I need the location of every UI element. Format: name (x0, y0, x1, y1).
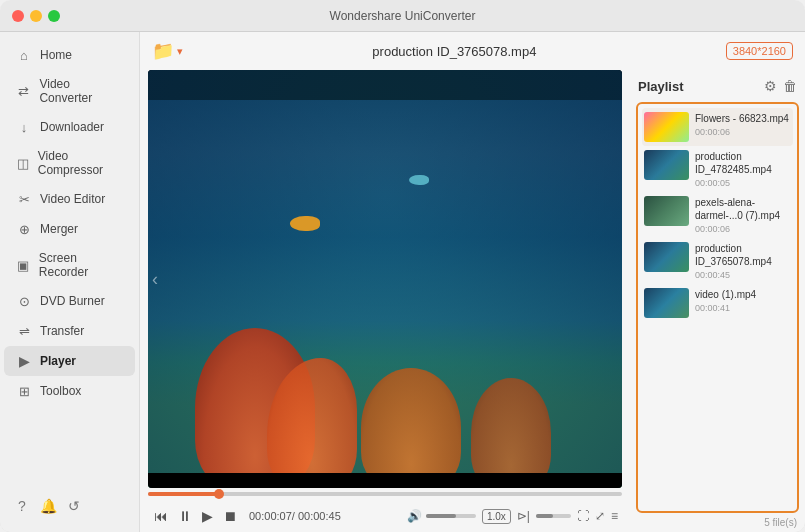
sidebar-item-merger[interactable]: ⊕ Merger (4, 214, 135, 244)
audio-slider[interactable] (536, 514, 571, 518)
sidebar-item-home[interactable]: ⌂ Home (4, 40, 135, 70)
fullscreen-icon[interactable]: ⤢ (595, 509, 605, 523)
current-filename: production ID_3765078.mp4 (193, 44, 716, 59)
sidebar-label-transfer: Transfer (40, 324, 84, 338)
prev-frame-hint: ‹ (152, 269, 158, 290)
stop-button[interactable]: ⏹ (221, 506, 239, 526)
sidebar-item-video-converter[interactable]: ⇄ Video Converter (4, 70, 135, 112)
maximize-button[interactable] (48, 10, 60, 22)
playlist-item-info: production ID_4782485.mp4 00:00:05 (695, 150, 791, 188)
close-button[interactable] (12, 10, 24, 22)
skip-icon[interactable]: ⊳| (517, 509, 530, 523)
toolbox-icon: ⊞ (16, 383, 32, 399)
player-body: ‹ ⏮ ⏸ ▶ ⏹ 00:00: (140, 70, 805, 532)
player-header: 📁 ▾ production ID_3765078.mp4 3840*2160 (140, 32, 805, 70)
menu-icon[interactable]: ≡ (611, 509, 618, 523)
letterbox-bottom (148, 473, 622, 488)
traffic-lights (12, 10, 60, 22)
volume-slider[interactable] (426, 514, 476, 518)
sidebar-item-video-editor[interactable]: ✂ Video Editor (4, 184, 135, 214)
playlist-item[interactable]: Flowers - 66823.mp4 00:00:06 (642, 108, 793, 146)
notifications-icon[interactable]: 🔔 (38, 496, 58, 516)
transfer-icon: ⇌ (16, 323, 32, 339)
resolution-badge: 3840*2160 (726, 42, 793, 60)
playlist-item[interactable]: production ID_4782485.mp4 00:00:05 (642, 146, 793, 192)
screen-recorder-icon: ▣ (16, 257, 31, 273)
video-display (148, 70, 622, 488)
player-icon: ▶ (16, 353, 32, 369)
sidebar-label-dvd-burner: DVD Burner (40, 294, 105, 308)
sidebar-label-screen-recorder: Screen Recorder (39, 251, 123, 279)
playlist-item-name: production ID_3765078.mp4 (695, 242, 791, 268)
minimize-button[interactable] (30, 10, 42, 22)
playlist-item-duration: 00:00:06 (695, 224, 791, 234)
sidebar-item-toolbox[interactable]: ⊞ Toolbox (4, 376, 135, 406)
video-container[interactable]: ‹ (148, 70, 622, 488)
playlist-items: Flowers - 66823.mp4 00:00:06 production … (636, 102, 799, 513)
playlist-item-info: Flowers - 66823.mp4 00:00:06 (695, 112, 791, 137)
sidebar-item-dvd-burner[interactable]: ⊙ DVD Burner (4, 286, 135, 316)
playlist-item[interactable]: production ID_3765078.mp4 00:00:45 (642, 238, 793, 284)
titlebar: Wondershare UniConverter (0, 0, 805, 32)
file-count: 5 file(s) (764, 517, 797, 528)
aspect-ratio-icon[interactable]: ⛶ (577, 509, 589, 523)
sidebar-item-player[interactable]: ▶ Player (4, 346, 135, 376)
sidebar-item-screen-recorder[interactable]: ▣ Screen Recorder (4, 244, 135, 286)
sidebar-item-downloader[interactable]: ↓ Downloader (4, 112, 135, 142)
video-compressor-icon: ◫ (16, 155, 30, 171)
sidebar-label-player: Player (40, 354, 76, 368)
sidebar-item-transfer[interactable]: ⇌ Transfer (4, 316, 135, 346)
app-window: Wondershare UniConverter ⌂ Home ⇄ Video … (0, 0, 805, 532)
sidebar-item-video-compressor[interactable]: ◫ Video Compressor (4, 142, 135, 184)
playlist-item[interactable]: pexels-alena-darmel-...0 (7).mp4 00:00:0… (642, 192, 793, 238)
playlist-footer: 5 file(s) (636, 513, 799, 532)
add-file-button[interactable]: 📁 ▾ (152, 40, 183, 62)
add-dropdown-icon: ▾ (177, 45, 183, 58)
timeline-area[interactable] (140, 488, 630, 500)
app-title: Wondershare UniConverter (330, 9, 476, 23)
coral-decoration-3 (361, 368, 461, 488)
video-converter-icon: ⇄ (16, 83, 31, 99)
volume-fill (426, 514, 456, 518)
playlist-item-duration: 00:00:06 (695, 127, 791, 137)
fish-decoration-1 (290, 216, 320, 231)
sidebar-label-toolbox: Toolbox (40, 384, 81, 398)
playlist-item[interactable]: video (1).mp4 00:00:41 (642, 284, 793, 322)
home-icon: ⌂ (16, 47, 32, 63)
playlist-item-name: Flowers - 66823.mp4 (695, 112, 791, 125)
coral-decoration-4 (471, 378, 551, 488)
volume-icon[interactable]: 🔊 (407, 509, 422, 523)
refresh-icon[interactable]: ↺ (64, 496, 84, 516)
playlist-item-name: pexels-alena-darmel-...0 (7).mp4 (695, 196, 791, 222)
play-button[interactable]: ▶ (200, 506, 215, 526)
playlist-panel: Playlist ⚙ 🗑 Flowers - 66823.mp4 0 (630, 70, 805, 532)
playlist-item-info: video (1).mp4 00:00:41 (695, 288, 791, 313)
sidebar-bottom: ? 🔔 ↺ (0, 488, 139, 524)
speed-badge[interactable]: 1.0x (482, 509, 511, 524)
playlist-item-duration: 00:00:41 (695, 303, 791, 313)
playlist-settings-button[interactable]: ⚙ (764, 78, 777, 94)
fish-decoration-2 (409, 175, 429, 185)
playlist-delete-button[interactable]: 🗑 (783, 78, 797, 94)
playlist-item-name: video (1).mp4 (695, 288, 791, 301)
playlist-thumb (644, 150, 689, 180)
pause-button[interactable]: ⏸ (176, 506, 194, 526)
playlist-thumb (644, 196, 689, 226)
playlist-header: Playlist ⚙ 🗑 (636, 70, 799, 102)
prev-button[interactable]: ⏮ (152, 506, 170, 526)
sidebar-label-video-converter: Video Converter (39, 77, 123, 105)
playlist-actions: ⚙ 🗑 (764, 78, 797, 94)
scrubber-fill (148, 492, 219, 496)
video-editor-icon: ✂ (16, 191, 32, 207)
sidebar-label-video-editor: Video Editor (40, 192, 105, 206)
scrubber-track[interactable] (148, 492, 622, 496)
sidebar-label-downloader: Downloader (40, 120, 104, 134)
content-area: 📁 ▾ production ID_3765078.mp4 3840*2160 (140, 32, 805, 532)
help-icon[interactable]: ? (12, 496, 32, 516)
time-display: 00:00:07/ 00:00:45 (249, 510, 341, 522)
sidebar-label-video-compressor: Video Compressor (38, 149, 123, 177)
playlist-item-name: production ID_4782485.mp4 (695, 150, 791, 176)
scrubber-thumb[interactable] (214, 489, 224, 499)
playlist-title: Playlist (638, 79, 684, 94)
downloader-icon: ↓ (16, 119, 32, 135)
